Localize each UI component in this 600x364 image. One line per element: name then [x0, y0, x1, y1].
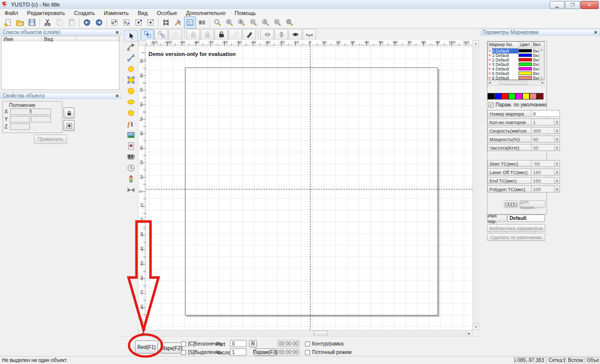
column-name[interactable]: Имя: [2, 36, 42, 42]
dimension-tool-button[interactable]: [124, 184, 138, 196]
spinner-icon[interactable]: ▲▼: [554, 177, 560, 184]
reset-button[interactable]: R: [249, 340, 257, 348]
menu-создать[interactable]: Создать: [70, 10, 100, 16]
marker-table[interactable]: Маркер No. Цвет Вкл ✳0 DefaultВкл✳1 Defa…: [488, 42, 544, 80]
zoom-all-button[interactable]: A: [260, 16, 272, 28]
properties-list-button[interactable]: [184, 16, 196, 28]
spinner-icon[interactable]: ▲▼: [554, 186, 560, 192]
tools-button[interactable]: [172, 16, 184, 28]
vertical-scrollbar[interactable]: ▲ ▼: [472, 40, 480, 330]
polygon-tool-button[interactable]: [124, 107, 138, 118]
count-field[interactable]: 1: [230, 348, 246, 356]
column-view[interactable]: Вид: [42, 36, 76, 42]
rect-tool-button[interactable]: [124, 74, 138, 86]
eye-button[interactable]: [288, 29, 302, 40]
zoom-window-button[interactable]: [224, 16, 236, 28]
zoom-button[interactable]: [212, 16, 224, 28]
close-icon[interactable]: ✕: [115, 94, 119, 98]
canvas[interactable]: Demo version-only for evaluation: [146, 46, 472, 330]
rings-button[interactable]: [504, 200, 518, 208]
param-f3-button[interactable]: Парам(F3): [254, 348, 276, 356]
extra-params-button[interactable]: Доп. парам...: [520, 200, 546, 208]
close-icon[interactable]: ✕: [115, 30, 119, 35]
palette-swatch[interactable]: [494, 93, 502, 100]
forward-button[interactable]: [93, 16, 105, 28]
pen-dark-button[interactable]: [242, 29, 256, 40]
palette-swatch[interactable]: [502, 93, 508, 100]
param-field[interactable]: -50: [532, 160, 554, 167]
spinner-icon[interactable]: ▲▼: [554, 168, 560, 176]
hatch-button[interactable]: [160, 16, 172, 28]
part-field[interactable]: 0: [230, 340, 246, 347]
grid-status[interactable]: Сетка:Вы: [546, 357, 566, 364]
menu-вид[interactable]: Вид: [133, 10, 152, 16]
open-folder-button[interactable]: [14, 16, 26, 28]
marker-table-vscrollbar[interactable]: ▲ ▼: [539, 48, 544, 80]
save-button[interactable]: [26, 16, 38, 28]
scrollbar-thumb[interactable]: [499, 81, 528, 84]
vector-doc-tool-button[interactable]: [124, 140, 138, 152]
eye-closed-button[interactable]: [302, 29, 316, 40]
col-color[interactable]: Цвет: [519, 42, 532, 48]
node-select-button[interactable]: [108, 16, 120, 28]
object-status[interactable]: Объект:В: [584, 357, 600, 364]
param-field[interactable]: 300: [532, 127, 554, 134]
zoom-out-button[interactable]: [248, 16, 260, 28]
anchor-grid-button[interactable]: [64, 120, 74, 131]
spinner-icon[interactable]: ▲▼: [554, 160, 560, 167]
col-marker-no[interactable]: Маркер No.: [488, 42, 519, 48]
menu-дополнительно[interactable]: Дополнительно: [182, 10, 230, 16]
guides-status[interactable]: Вспом.ли: [566, 357, 584, 364]
node-add-button[interactable]: [132, 16, 144, 28]
barcode-setup-button[interactable]: [196, 16, 208, 28]
palette-swatch[interactable]: [488, 93, 494, 100]
cut-button[interactable]: [42, 16, 54, 28]
lock-button[interactable]: [186, 29, 200, 40]
infinite-checkbox[interactable]: [181, 342, 186, 346]
paste-button[interactable]: [66, 16, 78, 28]
menu-редактировать[interactable]: Редактировать: [22, 10, 70, 16]
scroll-down-icon[interactable]: ▼: [540, 76, 544, 80]
param-field[interactable]: 1: [532, 118, 554, 126]
scroll-up-icon[interactable]: ▲: [472, 40, 479, 46]
zoom-grid-button[interactable]: [272, 16, 284, 28]
parameter-library-button[interactable]: Библиотека параметров: [487, 224, 546, 232]
spinner-icon[interactable]: ▲▼: [554, 136, 560, 142]
line-tool-button[interactable]: [124, 52, 138, 64]
selected-only-checkbox[interactable]: [181, 350, 186, 355]
make-default-button[interactable]: Сделать по умолчанию: [487, 233, 546, 241]
copy-button[interactable]: [54, 16, 66, 28]
node-delete-button[interactable]: [144, 16, 156, 28]
palette-swatch[interactable]: [530, 93, 536, 100]
mirror-h-button[interactable]: [260, 29, 274, 40]
palette-swatch[interactable]: [522, 93, 530, 100]
x-size-field[interactable]: [31, 108, 51, 115]
stream-mode-checkbox[interactable]: [305, 350, 310, 355]
palette-swatch[interactable]: [508, 93, 516, 100]
lock-ratio-button[interactable]: [64, 108, 74, 118]
spinner-icon[interactable]: ▲▼: [554, 118, 560, 126]
y-position-field[interactable]: [10, 116, 30, 122]
group-button[interactable]: [140, 29, 154, 40]
lock2-button[interactable]: [200, 29, 214, 40]
new-file-button[interactable]: [2, 16, 14, 28]
unlock-dark-button[interactable]: [214, 29, 228, 40]
menu-помощь[interactable]: Помощь: [230, 10, 260, 16]
scroll-down-icon[interactable]: ▼: [472, 324, 479, 330]
param-field[interactable]: 150: [532, 177, 554, 184]
circle-tool-button[interactable]: [124, 85, 138, 96]
param-field[interactable]: 0: [532, 110, 560, 117]
mirror-v-button[interactable]: [274, 29, 288, 40]
text-tool-button[interactable]: fI: [124, 118, 138, 130]
close-button[interactable]: ✕: [580, 1, 598, 9]
menu-изменить[interactable]: Изменить: [100, 10, 134, 16]
palette-swatch[interactable]: [516, 93, 522, 100]
param-field[interactable]: 150: [532, 168, 554, 176]
param-name-field[interactable]: Default: [508, 214, 545, 222]
regroup-button[interactable]: [168, 29, 182, 40]
clock-tool-button[interactable]: [124, 162, 138, 174]
scroll-up-icon[interactable]: ▲: [540, 48, 544, 51]
y-size-field[interactable]: [31, 116, 51, 122]
spinner-icon[interactable]: ▲▼: [554, 144, 560, 151]
apply-button[interactable]: Применить: [34, 134, 67, 144]
